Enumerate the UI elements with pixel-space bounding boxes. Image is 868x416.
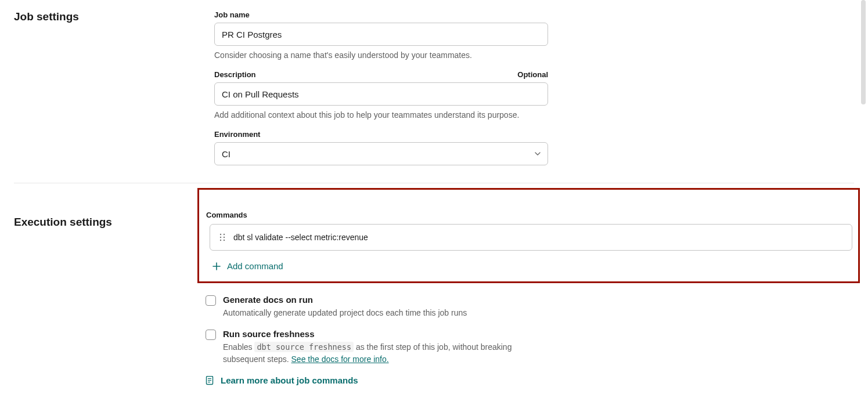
add-command-label: Add command (227, 261, 283, 271)
drag-handle-icon[interactable] (218, 233, 226, 241)
scrollbar[interactable] (861, 0, 866, 104)
environment-select[interactable]: CI (214, 142, 548, 165)
generate-docs-title: Generate docs on run (223, 295, 467, 305)
svg-point-4 (220, 240, 221, 241)
execution-settings-section: Execution settings Commands dbt sl valid… (0, 183, 868, 397)
svg-point-0 (220, 234, 221, 235)
environment-label: Environment (214, 130, 260, 139)
command-row[interactable]: dbt sl validate --select metric:revenue (210, 224, 852, 251)
job-settings-section: Job settings Job name Consider choosing … (0, 0, 868, 183)
document-icon (206, 376, 215, 385)
job-name-label: Job name (214, 10, 250, 19)
description-help: Add additional context about this job to… (214, 110, 838, 120)
learn-more-label: Learn more about job commands (221, 375, 358, 385)
execution-settings-heading: Execution settings (14, 216, 206, 229)
run-source-freshness-desc: Enables dbt source freshness as the firs… (223, 341, 548, 365)
svg-point-1 (224, 234, 225, 235)
environment-group: Environment CI (214, 130, 838, 165)
generate-docs-group: Generate docs on run Automatically gener… (206, 295, 854, 319)
generate-docs-desc: Automatically generate updated project d… (223, 307, 467, 319)
svg-point-3 (224, 237, 225, 238)
environment-selected-value: CI (222, 149, 230, 159)
run-source-freshness-checkbox[interactable] (206, 330, 216, 340)
commands-highlight-box: Commands dbt sl validate --select metric… (197, 188, 860, 283)
run-source-freshness-group: Run source freshness Enables dbt source … (206, 329, 854, 365)
add-command-button[interactable]: Add command (206, 254, 853, 274)
svg-point-5 (224, 240, 225, 241)
description-label: Description (214, 70, 256, 79)
svg-point-2 (220, 237, 221, 238)
commands-label: Commands (206, 211, 853, 219)
run-source-freshness-title: Run source freshness (223, 329, 548, 339)
job-name-input[interactable] (214, 23, 548, 46)
description-input[interactable] (214, 82, 548, 106)
description-group: Description Optional Add additional cont… (214, 70, 838, 120)
plus-icon (212, 262, 221, 271)
job-name-group: Job name Consider choosing a name that's… (214, 10, 838, 60)
description-optional-tag: Optional (517, 70, 548, 79)
learn-more-link[interactable]: Learn more about job commands (206, 375, 854, 385)
job-settings-heading: Job settings (14, 10, 214, 23)
source-freshness-code: dbt source freshness (254, 342, 354, 352)
command-text: dbt sl validate --select metric:revenue (233, 233, 368, 242)
see-docs-link[interactable]: See the docs for more info. (291, 354, 389, 364)
job-name-help: Consider choosing a name that's easily u… (214, 50, 838, 60)
generate-docs-checkbox[interactable] (206, 295, 216, 306)
